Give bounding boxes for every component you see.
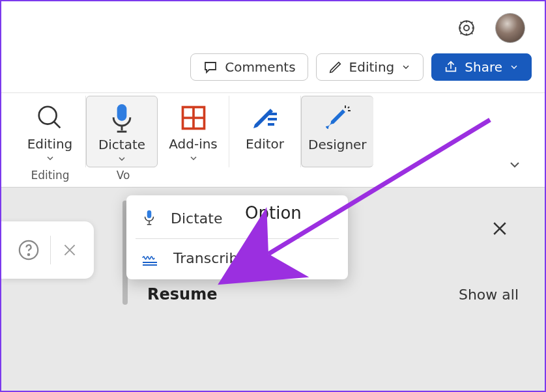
chevron-down-icon <box>507 157 523 173</box>
transcribe-menu-item[interactable]: Transcribe <box>126 240 348 275</box>
avatar[interactable] <box>495 13 525 43</box>
search-icon <box>35 103 65 133</box>
dictate-dropdown: Dictate Transcribe <box>126 195 348 279</box>
grid-icon <box>179 104 208 132</box>
editor-label: Editor <box>246 136 284 152</box>
pen-lines-icon <box>250 102 281 133</box>
dictate-button[interactable]: Dictate <box>86 96 158 167</box>
share-label: Share <box>465 59 502 75</box>
svg-point-1 <box>459 21 474 35</box>
microphone-icon <box>141 208 158 228</box>
ribbon-collapse-button[interactable] <box>507 157 523 175</box>
divider <box>50 236 51 264</box>
show-all-link[interactable]: Show all <box>459 287 519 303</box>
share-button[interactable]: Share <box>431 53 532 81</box>
chevron-down-icon <box>509 62 519 72</box>
editor-button[interactable]: Editor <box>229 96 301 167</box>
panel-close-button[interactable] <box>490 219 510 241</box>
editing-mode-button[interactable]: Editing <box>316 53 424 81</box>
addins-button[interactable]: Add-ins <box>158 96 229 167</box>
settings-button[interactable] <box>456 18 477 38</box>
transcribe-icon <box>141 249 160 266</box>
dictate-menu-label: Dictate <box>171 210 222 227</box>
dictate-label: Dictate <box>98 137 145 152</box>
help-panel-tab <box>1 221 94 279</box>
addins-label: Add-ins <box>169 136 218 152</box>
comments-label: Comments <box>225 59 295 75</box>
share-icon <box>444 60 458 74</box>
gear-icon <box>457 18 476 38</box>
chevron-down-icon <box>117 154 127 164</box>
editing-mode-label: Editing <box>349 59 395 75</box>
close-icon <box>490 219 510 238</box>
svg-point-0 <box>464 25 469 31</box>
microphone-icon <box>108 103 136 134</box>
editing-button[interactable]: Editing <box>14 96 86 167</box>
editing-label: Editing <box>27 136 73 152</box>
panel-title: Resume <box>147 285 217 303</box>
svg-rect-7 <box>147 210 152 218</box>
chevron-down-icon <box>401 62 411 72</box>
divider <box>136 238 339 239</box>
svg-point-2 <box>38 107 56 124</box>
designer-label: Designer <box>308 137 367 152</box>
group-label-voice: Vo <box>86 169 158 182</box>
transcribe-menu-label: Transcribe <box>173 250 247 266</box>
comment-icon <box>203 59 218 75</box>
help-icon[interactable] <box>18 239 40 261</box>
dictate-menu-item[interactable]: Dictate <box>126 199 348 237</box>
group-label-editing: Editing <box>14 169 86 182</box>
paintbrush-icon <box>322 103 353 134</box>
designer-button[interactable]: Designer <box>301 96 373 167</box>
chevron-down-icon <box>188 153 199 163</box>
pencil-icon <box>328 60 343 74</box>
close-icon[interactable] <box>61 242 78 259</box>
comments-button[interactable]: Comments <box>190 53 308 81</box>
svg-rect-3 <box>117 104 127 121</box>
svg-point-6 <box>27 254 29 255</box>
chevron-down-icon <box>45 153 55 163</box>
